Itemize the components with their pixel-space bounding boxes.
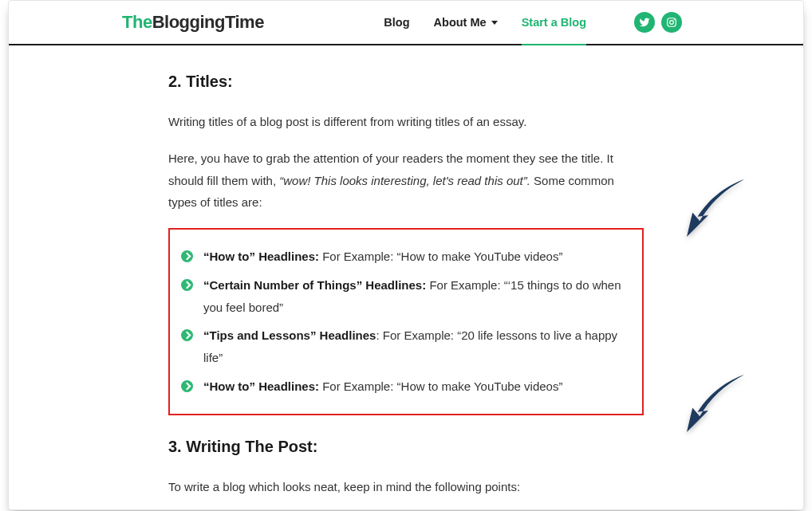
nav-blog-label: Blog	[384, 16, 409, 29]
titles-paragraph-2: Here, you have to grab the attention of …	[168, 147, 644, 214]
instagram-icon[interactable]	[661, 12, 682, 33]
pointer-arrow-icon	[680, 172, 751, 244]
social-links	[634, 12, 682, 33]
writing-paragraph-1: To write a blog which looks neat, keep i…	[168, 476, 644, 498]
list-item: “How to” Headlines: For Example: “How to…	[181, 246, 631, 268]
pointer-arrow-icon	[680, 368, 751, 439]
highlight-box-titles: “How to” Headlines: For Example: “How to…	[168, 228, 644, 415]
arrow-right-icon	[181, 250, 193, 262]
bold-fragment: “Certain Number of Things” Headlines:	[203, 278, 429, 292]
logo-part-1: The	[122, 12, 152, 32]
list-item: “Certain Number of Things” Headlines: Fo…	[181, 274, 631, 319]
twitter-icon[interactable]	[634, 12, 655, 33]
main-nav: Blog About Me Start a Blog	[384, 11, 586, 33]
section-heading-writing: 3. Writing The Post:	[168, 431, 644, 462]
text-fragment: For Example: “How to make YouTube videos…	[322, 250, 562, 263]
nav-about-label: About Me	[434, 16, 487, 29]
nav-start-label: Start a Blog	[522, 16, 586, 29]
section-heading-titles: 2. Titles:	[168, 66, 644, 96]
arrow-right-icon	[181, 329, 193, 341]
arrow-right-icon	[181, 279, 193, 291]
titles-paragraph-1: Writing titles of a blog post is differe…	[168, 111, 644, 133]
site-logo[interactable]: TheBloggingTime	[122, 12, 264, 33]
list-item: “How to” Headlines: For Example: “How to…	[181, 375, 631, 398]
bold-fragment: “Tips and Lessons” Headlines	[203, 328, 376, 342]
nav-blog[interactable]: Blog	[384, 11, 409, 33]
svg-point-2	[674, 19, 675, 20]
list-item: “Tips and Lessons” Headlines: For Exampl…	[181, 324, 631, 369]
nav-start-blog[interactable]: Start a Blog	[522, 11, 586, 33]
svg-point-1	[670, 21, 674, 25]
arrow-right-icon	[181, 380, 193, 392]
logo-part-2: BloggingTime	[152, 12, 264, 32]
bold-fragment: “How to” Headlines:	[203, 379, 322, 393]
nav-about-me[interactable]: About Me	[434, 11, 498, 33]
site-header: TheBloggingTime Blog About Me Start a Bl…	[9, 1, 803, 45]
article-content: 2. Titles: Writing titles of a blog post…	[9, 45, 803, 511]
text-italic: “wow! This looks interesting, let's read…	[279, 174, 530, 187]
chevron-down-icon	[491, 21, 498, 25]
titles-list: “How to” Headlines: For Example: “How to…	[181, 246, 631, 398]
text-fragment: For Example: “How to make YouTube videos…	[322, 379, 562, 393]
page-frame: TheBloggingTime Blog About Me Start a Bl…	[8, 0, 804, 510]
bold-fragment: “How to” Headlines:	[203, 250, 322, 263]
